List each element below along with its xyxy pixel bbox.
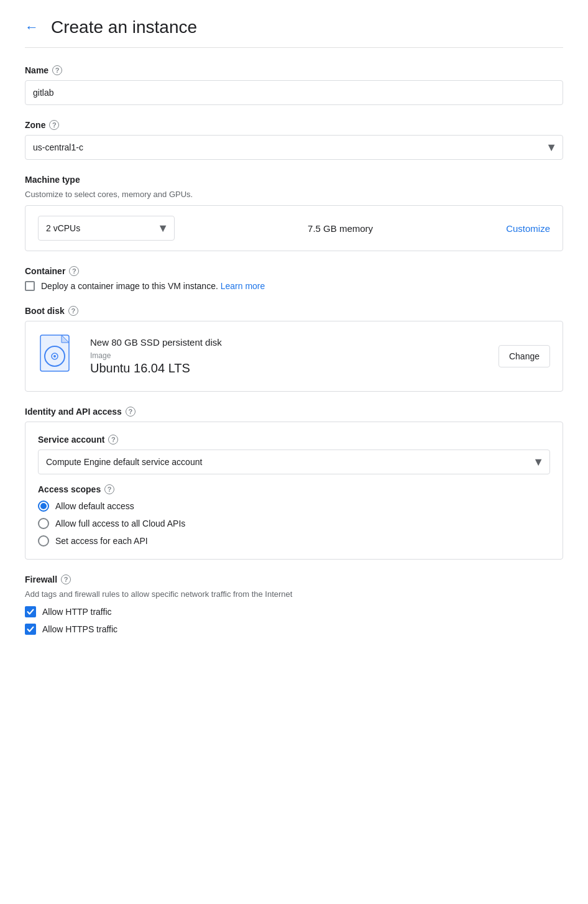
radio-allow-default-label: Allow default access (55, 501, 134, 511)
firewall-help-icon[interactable]: ? (61, 574, 71, 584)
zone-select[interactable]: us-central1-c us-central1-a us-central1-… (25, 135, 563, 160)
name-help-icon[interactable]: ? (52, 65, 62, 75)
firewall-sublabel: Add tags and firewall rules to allow spe… (25, 589, 563, 599)
header: ← Create an instance (25, 10, 563, 48)
radio-set-access-input[interactable] (38, 535, 49, 547)
identity-label: Identity and API access ? (25, 407, 563, 417)
radio-set-access-label: Set access for each API (55, 536, 148, 546)
name-label: Name ? (25, 65, 563, 75)
radio-allow-full-label: Allow full access to all Cloud APIs (55, 519, 185, 528)
firewall-https-checkbox[interactable] (25, 624, 36, 635)
container-checkbox-label: Deploy a container image to this VM inst… (41, 281, 265, 291)
service-account-select[interactable]: Compute Engine default service account (38, 450, 550, 474)
firewall-https-label: Allow HTTPS traffic (42, 624, 117, 634)
machine-type-box: 2 vCPUs 1 vCPU 4 vCPUs 8 vCPUs ▼ 7.5 GB … (25, 205, 563, 251)
identity-help-icon[interactable]: ? (126, 407, 136, 417)
firewall-section: Firewall ? Add tags and firewall rules t… (25, 574, 563, 635)
access-scopes-label: Access scopes ? (38, 484, 550, 494)
machine-type-section: Machine type Customize to select cores, … (25, 175, 563, 251)
disk-os: Ubuntu 16.04 LTS (90, 361, 486, 376)
identity-section: Identity and API access ? Service accoun… (25, 407, 563, 560)
service-account-help-icon[interactable]: ? (108, 435, 118, 445)
firewall-https-row: Allow HTTPS traffic (25, 624, 563, 635)
container-checkbox-row: Deploy a container image to this VM inst… (25, 281, 563, 291)
access-scopes-help-icon[interactable]: ? (104, 484, 114, 494)
boot-disk-label: Boot disk ? (25, 306, 563, 316)
firewall-http-row: Allow HTTP traffic (25, 606, 563, 617)
page-title: Create an instance (51, 17, 197, 37)
machine-select-wrapper: 2 vCPUs 1 vCPU 4 vCPUs 8 vCPUs ▼ (38, 216, 175, 241)
customize-link[interactable]: Customize (506, 223, 550, 234)
firewall-label: Firewall ? (25, 574, 563, 584)
service-account-label: Service account ? (38, 435, 550, 445)
radio-set-access: Set access for each API (38, 535, 550, 547)
access-scopes-radio-group: Allow default access Allow full access t… (38, 500, 550, 547)
boot-disk-section: Boot disk ? New 80 GB SSD persistent dis… (25, 306, 563, 392)
service-account-select-wrapper: Compute Engine default service account ▼ (38, 450, 550, 474)
back-button[interactable]: ← (25, 21, 39, 34)
disk-image-label: Image (90, 351, 486, 360)
disk-icon (38, 334, 78, 379)
identity-box: Service account ? Compute Engine default… (25, 422, 563, 560)
radio-allow-full: Allow full access to all Cloud APIs (38, 518, 550, 529)
radio-allow-default-input[interactable] (38, 500, 49, 512)
container-help-icon[interactable]: ? (69, 266, 79, 276)
machine-type-select[interactable]: 2 vCPUs 1 vCPU 4 vCPUs 8 vCPUs (38, 216, 175, 241)
zone-select-wrapper: us-central1-c us-central1-a us-central1-… (25, 135, 563, 160)
disk-info: New 80 GB SSD persistent disk Image Ubun… (90, 337, 486, 376)
svg-point-4 (53, 355, 56, 357)
container-checkbox[interactable] (25, 281, 35, 291)
memory-label: 7.5 GB memory (175, 223, 506, 234)
container-learn-more-link[interactable]: Learn more (221, 281, 265, 291)
zone-label: Zone ? (25, 120, 563, 130)
boot-disk-box: New 80 GB SSD persistent disk Image Ubun… (25, 321, 563, 392)
zone-help-icon[interactable]: ? (49, 120, 59, 130)
disk-title: New 80 GB SSD persistent disk (90, 337, 486, 348)
name-section: Name ? (25, 65, 563, 105)
container-section: Container ? Deploy a container image to … (25, 266, 563, 291)
firewall-http-checkbox[interactable] (25, 606, 36, 617)
name-input[interactable] (25, 80, 563, 105)
container-label: Container ? (25, 266, 563, 276)
machine-type-sublabel: Customize to select cores, memory and GP… (25, 190, 563, 199)
page-container: ← Create an instance Name ? Zone ? us-ce… (0, 0, 588, 666)
change-disk-button[interactable]: Change (498, 345, 550, 367)
zone-section: Zone ? us-central1-c us-central1-a us-ce… (25, 120, 563, 160)
machine-type-label: Machine type (25, 175, 563, 185)
radio-allow-full-input[interactable] (38, 518, 49, 529)
firewall-http-label: Allow HTTP traffic (42, 607, 112, 617)
boot-disk-help-icon[interactable]: ? (68, 306, 78, 316)
radio-allow-default: Allow default access (38, 500, 550, 512)
